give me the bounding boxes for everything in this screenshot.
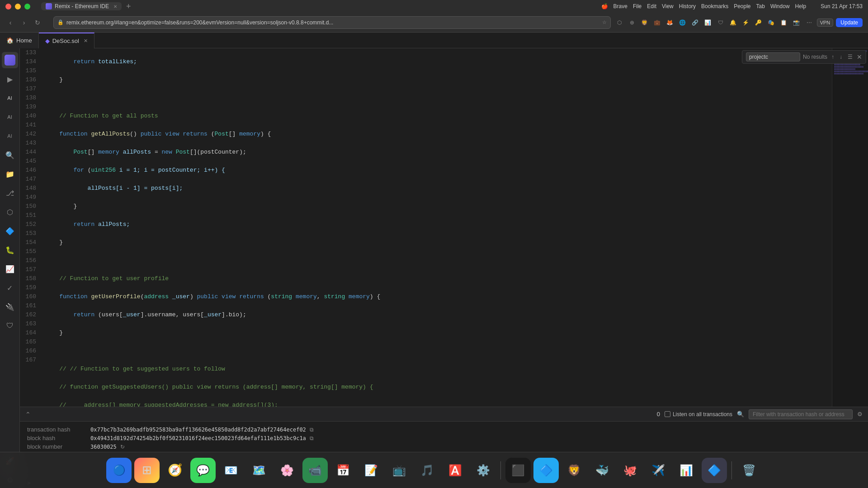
- maximize-window-button[interactable]: [24, 4, 30, 9]
- sidebar-item-security[interactable]: 🛡: [2, 318, 18, 334]
- extension-icon-8[interactable]: ⚡: [741, 18, 751, 28]
- forward-button[interactable]: ›: [19, 18, 29, 28]
- sidebar-item-deploy[interactable]: 🔷: [2, 223, 18, 239]
- search-close-button[interactable]: ✕: [857, 53, 862, 61]
- sidebar-item-files[interactable]: 📁: [2, 166, 18, 182]
- vpn-badge[interactable]: VPN: [817, 19, 834, 27]
- block-hash-copy-icon[interactable]: ⧉: [310, 435, 314, 441]
- wallet-icon[interactable]: 💼: [652, 18, 662, 28]
- notification-bell[interactable]: 🔔: [728, 18, 738, 28]
- filter-input[interactable]: [749, 409, 853, 419]
- sidebar-item-debug[interactable]: 🐛: [2, 242, 18, 258]
- extension-icon-2[interactable]: ⊕: [627, 18, 637, 28]
- minimize-window-button[interactable]: [15, 4, 21, 9]
- tx-hash-copy-icon[interactable]: ⧉: [310, 427, 314, 433]
- dock-item-terminal[interactable]: ⬛: [505, 458, 531, 483]
- code-line-148: }: [45, 328, 832, 338]
- search-next-button[interactable]: ↓: [838, 54, 844, 60]
- extension-icon-11[interactable]: 📋: [779, 18, 789, 28]
- dock-item-settings[interactable]: ⚙️: [471, 458, 496, 483]
- no-results-label: No results: [803, 54, 827, 60]
- sidebar-item-git[interactable]: ⎇: [2, 185, 18, 201]
- extension-icon-brave[interactable]: 🦁: [640, 18, 650, 28]
- dock-item-vscode2[interactable]: 🔷: [702, 458, 727, 483]
- sidebar-item-run[interactable]: ▶: [2, 71, 18, 87]
- extension-icon-5[interactable]: 🔗: [690, 18, 700, 28]
- more-options[interactable]: ⋯: [804, 18, 814, 28]
- extension-icon-3[interactable]: 🦊: [665, 18, 675, 28]
- tab-close-button[interactable]: ✕: [113, 4, 117, 9]
- sidebar-item-plugins[interactable]: 🔌: [2, 299, 18, 315]
- file-tab-label: DeSoc.sol: [52, 38, 79, 44]
- search-input[interactable]: [746, 52, 800, 61]
- tab-desoc-sol[interactable]: ◆ DeSoc.sol ✕: [39, 33, 94, 48]
- extension-icon-9[interactable]: 🔑: [754, 18, 764, 28]
- dock-item-maps[interactable]: 🗺️: [246, 458, 272, 483]
- extension-icon-6[interactable]: 📊: [703, 18, 713, 28]
- listen-checkbox-label[interactable]: Listen on all transactions: [665, 411, 732, 418]
- address-bar[interactable]: 🔒 remix.ethereum.org/#lang=en&optimize=f…: [53, 16, 611, 29]
- dock-divider-2: [731, 461, 732, 479]
- dock-item-github[interactable]: 🐙: [618, 458, 643, 483]
- sidebar-item-search[interactable]: 🔍: [2, 147, 18, 163]
- dock-item-trash[interactable]: 🗑️: [736, 458, 762, 483]
- dock-item-numbers[interactable]: 📊: [674, 458, 699, 483]
- code-line-138: Post[] memory allPosts = new Post[](post…: [45, 148, 832, 157]
- dock-item-calendar[interactable]: 📅: [330, 458, 356, 483]
- dock-item-facetime[interactable]: 📹: [302, 458, 328, 483]
- new-tab-button[interactable]: +: [123, 2, 134, 11]
- tab-home[interactable]: 🏠 Home: [0, 33, 39, 48]
- dock-item-photos[interactable]: 🌸: [274, 458, 300, 483]
- sidebar-item-verify[interactable]: ✓: [2, 280, 18, 296]
- search-list-button[interactable]: ☰: [846, 54, 854, 60]
- dock-item-safari[interactable]: 🧭: [162, 458, 188, 483]
- dock-item-mail[interactable]: 📧: [218, 458, 244, 483]
- system-time: Sun 21 Apr 17:53: [821, 3, 863, 9]
- extension-icon-7[interactable]: 🛡: [716, 18, 726, 28]
- block-number-copy-icon[interactable]: ↻: [120, 444, 125, 450]
- dock-item-brave[interactable]: 🦁: [561, 458, 587, 483]
- refresh-button[interactable]: ↻: [33, 18, 42, 28]
- extension-icon-4[interactable]: 🌐: [678, 18, 688, 28]
- sidebar-item-analytics[interactable]: 📈: [2, 261, 18, 277]
- system-info: 🍎 Brave File Edit View History Bookmarks…: [601, 3, 863, 9]
- bottom-toolbar: ⌃ 0 Listen on all transactions 🔍 ⚙: [20, 407, 868, 422]
- home-icon: 🏠: [6, 37, 14, 44]
- dock-item-appletv[interactable]: 📺: [387, 458, 412, 483]
- screen-capture[interactable]: 📸: [792, 18, 802, 28]
- tx-hash-row: transaction hash 0x77bc7b3a269badfb95258…: [27, 426, 861, 433]
- code-editor[interactable]: No results ↑ ↓ ☰ ✕ 133134135136137 13813…: [20, 48, 868, 407]
- sidebar-item-remix-logo[interactable]: [2, 52, 18, 68]
- sidebar-item-ai2[interactable]: AI: [2, 109, 18, 125]
- lock-icon: 🔒: [57, 19, 64, 25]
- sidebar-item-ai3[interactable]: AI: [2, 128, 18, 144]
- file-tab-close-button[interactable]: ✕: [84, 38, 88, 44]
- sidebar-item-compile[interactable]: ⬡: [2, 204, 18, 220]
- collapse-button[interactable]: ⌃: [25, 411, 31, 418]
- code-line-139: for (uint256 i = 1; i = postCounter; i++…: [45, 166, 832, 175]
- code-content[interactable]: return totalLikes; } // Function to get …: [42, 48, 832, 407]
- dock-item-messages[interactable]: 💬: [190, 458, 216, 483]
- update-button[interactable]: Update: [836, 18, 863, 27]
- extension-icon-1[interactable]: ⬡: [614, 18, 624, 28]
- transaction-count: 0: [657, 411, 660, 418]
- search-prev-button[interactable]: ↑: [830, 54, 835, 60]
- dock-item-finder[interactable]: 🔵: [106, 458, 132, 483]
- sidebar-item-ai1[interactable]: AI: [2, 90, 18, 106]
- dock-item-launchpad[interactable]: ⊞: [134, 458, 160, 483]
- browser-tab[interactable]: Remix - Ethereum IDE ✕: [41, 2, 122, 10]
- filter-search-icon[interactable]: 🔍: [737, 411, 744, 418]
- bookmark-icon[interactable]: ☆: [602, 19, 607, 25]
- close-window-button[interactable]: [5, 4, 11, 9]
- dock-item-music[interactable]: 🎵: [415, 458, 440, 483]
- dock-item-notes[interactable]: 📝: [359, 458, 384, 483]
- dock-item-telegram[interactable]: ✈️: [646, 458, 671, 483]
- dock-item-vscode[interactable]: 🔷: [533, 458, 559, 483]
- block-hash-value: 0x49431d8192d74254b2bf0f50231016f24eec15…: [90, 435, 306, 441]
- dock-item-docker[interactable]: 🐳: [590, 458, 615, 483]
- settings-icon[interactable]: ⚙: [857, 411, 863, 418]
- dock-item-appstore[interactable]: 🅰️: [443, 458, 468, 483]
- extension-icon-10[interactable]: 🎭: [766, 18, 776, 28]
- back-button[interactable]: ‹: [5, 18, 15, 28]
- listen-checkbox-box[interactable]: [665, 411, 670, 417]
